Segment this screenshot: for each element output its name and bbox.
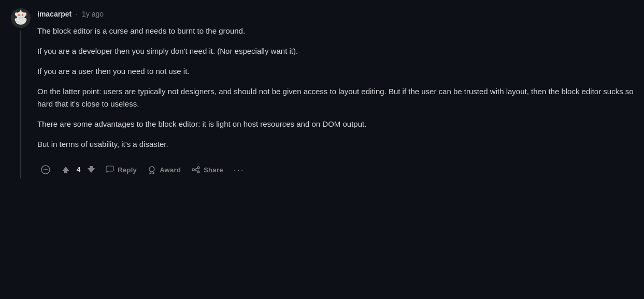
comment-container: imacarpet · 1y ago The block editor is a… [0, 0, 644, 187]
avatar-image [12, 9, 30, 27]
svg-point-3 [24, 12, 26, 16]
comment-paragraph-2: If you are a developer then you simply d… [37, 45, 634, 58]
reply-label: Reply [118, 166, 137, 174]
downvote-icon [87, 165, 96, 174]
award-button[interactable]: Award [143, 162, 185, 177]
upvote-button[interactable] [58, 163, 74, 176]
comment-paragraph-1: The block editor is a curse and needs to… [37, 25, 634, 38]
svg-point-4 [18, 14, 20, 16]
more-icon: ··· [234, 165, 245, 175]
svg-point-9 [20, 10, 21, 12]
comment-actions: 4 Reply [37, 161, 634, 178]
award-icon [147, 165, 156, 174]
reply-button[interactable]: Reply [101, 162, 141, 177]
comment-header: imacarpet · 1y ago [37, 8, 634, 20]
comment-paragraph-6: But in terms of usability, it's a disast… [37, 138, 634, 151]
comment-timestamp: 1y ago [82, 8, 104, 20]
vote-section: 4 [58, 163, 99, 176]
more-button[interactable]: ··· [230, 161, 249, 178]
downvote-button[interactable] [83, 163, 99, 176]
share-button[interactable]: Share [187, 162, 227, 177]
comment-paragraph-4: On the latter point: users are typically… [37, 85, 634, 111]
svg-point-15 [192, 169, 194, 171]
svg-point-12 [149, 167, 154, 172]
collapse-icon [40, 165, 51, 175]
comment-body: The block editor is a curse and needs to… [37, 25, 634, 151]
svg-point-2 [15, 12, 18, 16]
left-column [10, 8, 31, 178]
reply-icon [105, 165, 115, 174]
comment-paragraph-5: There are some advantages to the block e… [37, 118, 634, 131]
svg-point-5 [22, 14, 23, 16]
dot-separator: · [76, 8, 78, 20]
comment-right-column: imacarpet · 1y ago The block editor is a… [37, 8, 634, 178]
comment-username[interactable]: imacarpet [37, 8, 71, 20]
share-icon [191, 165, 201, 174]
share-label: Share [204, 166, 223, 174]
vote-count: 4 [76, 165, 81, 175]
avatar [11, 8, 31, 28]
thread-line [20, 31, 21, 178]
award-label: Award [160, 166, 181, 174]
collapse-button[interactable] [37, 162, 54, 177]
comment-paragraph-3: If you are a user then you need to not u… [37, 65, 634, 78]
upvote-icon [61, 165, 70, 174]
